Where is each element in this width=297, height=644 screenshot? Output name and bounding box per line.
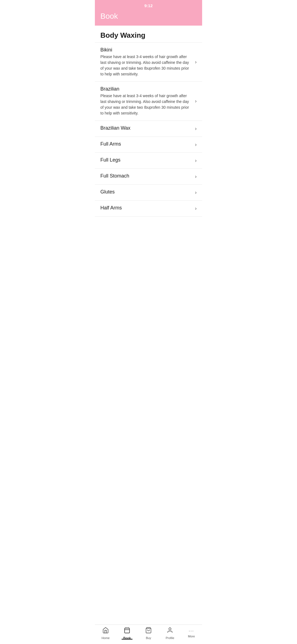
item-content-glutes: Glutes [100, 189, 195, 196]
header: Book [95, 10, 202, 26]
item-title-glutes: Glutes [100, 189, 192, 195]
chevron-icon-full-arms: › [195, 142, 197, 148]
chevron-icon-full-legs: › [195, 158, 197, 163]
chevron-icon-glutes: › [195, 190, 197, 195]
item-title-brazilian: Brazilian [100, 86, 192, 92]
item-content-brazilian-wax: Brazilian Wax [100, 125, 195, 132]
list-item-bikini[interactable]: BikiniPlease have at least 3-4 weeks of … [95, 42, 202, 82]
item-description-bikini: Please have at least 3-4 weeks of hair g… [100, 54, 192, 77]
item-title-half-arms: Half Arms [100, 205, 192, 211]
item-title-full-arms: Full Arms [100, 141, 192, 147]
chevron-icon-full-stomach: › [195, 174, 197, 179]
content: Body Waxing BikiniPlease have at least 3… [95, 26, 202, 239]
list-item-full-arms[interactable]: Full Arms› [95, 137, 202, 153]
list-item-half-arms[interactable]: Half Arms› [95, 201, 202, 217]
status-time: 9:12 [144, 3, 153, 8]
page-title: Book [100, 12, 197, 21]
list-item-glutes[interactable]: Glutes› [95, 185, 202, 201]
chevron-icon-brazilian: › [195, 98, 197, 104]
item-title-full-legs: Full Legs [100, 157, 192, 163]
list-item-full-legs[interactable]: Full Legs› [95, 153, 202, 169]
list-item-brazilian[interactable]: BrazilianPlease have at least 3-4 weeks … [95, 82, 202, 121]
chevron-icon-brazilian-wax: › [195, 126, 197, 132]
item-title-full-stomach: Full Stomach [100, 173, 192, 179]
chevron-icon-bikini: › [195, 59, 197, 65]
section-title: Body Waxing [95, 26, 202, 42]
item-description-brazilian: Please have at least 3-4 weeks of hair g… [100, 93, 192, 116]
item-content-full-legs: Full Legs [100, 157, 195, 164]
service-list: BikiniPlease have at least 3-4 weeks of … [95, 42, 202, 217]
list-item-brazilian-wax[interactable]: Brazilian Wax› [95, 121, 202, 137]
item-title-brazilian-wax: Brazilian Wax [100, 125, 192, 131]
item-content-full-arms: Full Arms [100, 141, 195, 148]
item-title-bikini: Bikini [100, 47, 192, 53]
item-content-full-stomach: Full Stomach [100, 173, 195, 180]
chevron-icon-half-arms: › [195, 206, 197, 211]
status-bar: 9:12 [95, 0, 202, 10]
item-content-bikini: BikiniPlease have at least 3-4 weeks of … [100, 47, 195, 77]
list-item-full-stomach[interactable]: Full Stomach› [95, 169, 202, 185]
item-content-brazilian: BrazilianPlease have at least 3-4 weeks … [100, 86, 195, 116]
item-content-half-arms: Half Arms [100, 205, 195, 212]
